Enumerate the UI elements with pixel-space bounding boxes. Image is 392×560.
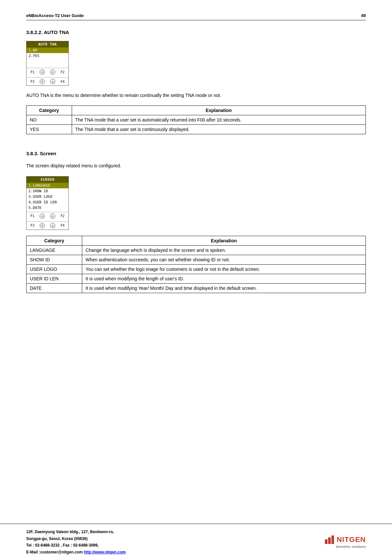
screen-title-auto-tna: AUTO TNA [27, 41, 68, 47]
btn-f1: F1 [30, 70, 34, 74]
header-bar: eNBioAccess-T2 User Guide 49 [26, 13, 366, 20]
table-row: DATEIt is used when modifying Year/ Mont… [27, 283, 366, 293]
table-cell-explanation: You can set whether the logo image for c… [82, 264, 366, 274]
table-cell-explanation: It is used when modifying the length of … [82, 274, 366, 283]
table-cell-category: LANGUAGE [27, 245, 82, 255]
device-screen-auto-tna: AUTO TNA 1.NO 2.YES F1 ◁ ▷ F2 F3 ▽ △ F4 [26, 41, 69, 86]
menu-item-language: 1.LANGUAGE [27, 183, 68, 188]
table-cell-category: DATE [27, 283, 82, 293]
table-cell-explanation: It is used when modifying Year/ Month/ D… [82, 283, 366, 293]
button-row-2: F3 ▽ △ F4 [27, 77, 68, 85]
menu-item-date: 5.DATE [27, 205, 68, 211]
nitgen-text: NITGEN [337, 535, 366, 544]
section-heading-screen: 3.8.3. Screen [26, 151, 366, 156]
menu-item-user-logo: 3.USER LOGO [27, 194, 68, 199]
footer: 12F, Daemyung Valeon bldg., 127, Beobwon… [0, 524, 392, 560]
table-cell-category: NO [27, 115, 72, 125]
device-screen-screen: SCREEN 1.LANGUAGE 2.SHOW ID 3.USER LOGO … [26, 176, 69, 230]
table-row: YESThe TNA mode that a user set is conti… [27, 125, 366, 134]
table1-col-category: Category [27, 106, 72, 115]
footer-website[interactable]: http://www.nitgen.com [84, 550, 126, 554]
btn-f4: F4 [61, 80, 65, 84]
nitgen-logo: NITGEN [325, 535, 366, 544]
screen2-btn-f2: F2 [61, 214, 65, 218]
screen2-btn-f1: F1 [30, 214, 34, 218]
table-row: NOThe TNA mode that a user set is automa… [27, 115, 366, 125]
table2-col-explanation: Explanation [82, 236, 366, 245]
table-row: LANGUAGEChange the language which is dis… [27, 245, 366, 255]
nitgen-bar-2 [328, 537, 331, 544]
table-cell-explanation: The TNA mode that a user set is continuo… [72, 125, 365, 134]
button-row-1: F1 ◁ ▷ F2 [27, 68, 68, 76]
menu-item-no: 1.NO [27, 47, 68, 53]
nitgen-bar-3 [331, 535, 334, 544]
screen-title-screen: SCREEN [27, 177, 68, 183]
header-title: eNBioAccess-T2 User Guide [26, 13, 84, 18]
nitgen-bars [325, 535, 334, 544]
btn-right: ▷ [50, 69, 55, 75]
section-heading-auto-tna: 3.8.2.2. AUTO TNA [26, 29, 366, 35]
table-row: SHOW IDWhen authentication succeeds, you… [27, 255, 366, 264]
table-row: USER ID LENIt is used when modifying the… [27, 274, 366, 283]
btn-up: △ [50, 79, 55, 84]
screen2-button-row-1: F1 ◁ ▷ F2 [27, 212, 68, 220]
screen2-btn-f4: F4 [61, 224, 65, 227]
page-container: eNBioAccess-T2 User Guide 49 3.8.2.2. AU… [0, 0, 392, 560]
table-cell-category: USER ID LEN [27, 274, 82, 283]
table-cell-explanation: When authentication succeeds, you can se… [82, 255, 366, 264]
section2-body-text: The screen display related menu is confi… [26, 162, 366, 169]
biometric-text: biometric solutions [336, 545, 366, 549]
btn-f3: F3 [30, 80, 34, 84]
menu-item-yes: 2.YES [27, 53, 68, 59]
header-page: 49 [361, 13, 366, 18]
table-row: USER LOGOYou can set whether the logo im… [27, 264, 366, 274]
screen2-button-row-2: F3 ▽ △ F4 [27, 221, 68, 230]
btn-down: ▽ [40, 79, 45, 84]
nitgen-icon [325, 535, 334, 544]
table1-col-explanation: Explanation [72, 106, 365, 115]
footer-line2: Songpa-gu, Seoul, Korea (05836) [26, 536, 87, 541]
table-screen: Category Explanation LANGUAGEChange the … [26, 236, 366, 293]
footer-email-prefix: E-Mail :customer@nitgen.com [26, 550, 84, 554]
table-cell-category: SHOW ID [27, 255, 82, 264]
section-auto-tna: 3.8.2.2. AUTO TNA AUTO TNA 1.NO 2.YES F1… [26, 29, 366, 134]
screen2-btn-up: △ [50, 223, 55, 228]
table2-col-category: Category [27, 236, 82, 245]
screen2-btn-f3: F3 [30, 224, 34, 227]
section-screen: 3.8.3. Screen The screen display related… [26, 151, 366, 293]
footer-logo: NITGEN biometric solutions [325, 535, 366, 549]
screen2-btn-down: ▽ [40, 223, 45, 228]
screen2-btn-left: ◁ [40, 214, 45, 219]
footer-address: 12F, Daemyung Valeon bldg., 127, Beobwon… [26, 529, 126, 555]
table-cell-explanation: Change the language which is displayed i… [82, 245, 366, 255]
menu-item-user-id-len: 4.USER ID LEN [27, 199, 68, 205]
section1-body-text: AUTO TNA is the menu to determine whethe… [26, 92, 366, 99]
footer-line1: 12F, Daemyung Valeon bldg., 127, Beobwon… [26, 530, 114, 534]
table-cell-category: USER LOGO [27, 264, 82, 274]
nitgen-bar-1 [325, 539, 327, 544]
btn-f2: F2 [61, 70, 65, 74]
footer-tel: Tel : 02-6488-3232 , Fax : 02-6488-3099, [26, 543, 99, 548]
screen2-btn-right: ▷ [50, 214, 55, 219]
btn-left: ◁ [40, 69, 45, 75]
table-cell-explanation: The TNA mode that a user set is automati… [72, 115, 365, 125]
table-auto-tna: Category Explanation NOThe TNA mode that… [26, 105, 366, 134]
table-cell-category: YES [27, 125, 72, 134]
menu-item-show-id: 2.SHOW ID [27, 188, 68, 194]
